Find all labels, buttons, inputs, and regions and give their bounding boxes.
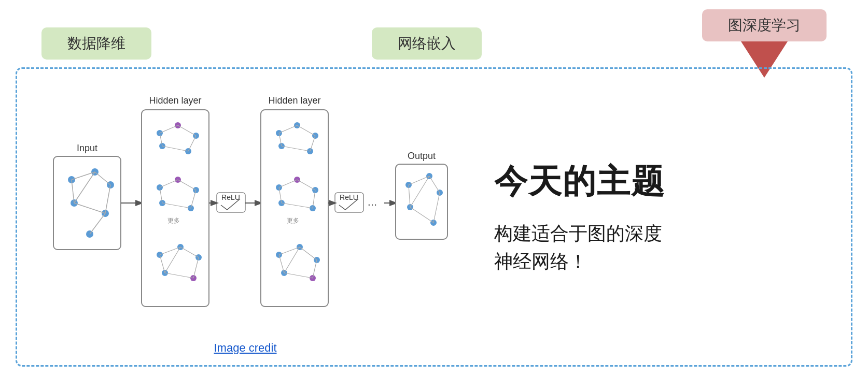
- svg-rect-55: [261, 110, 328, 307]
- nn-diagram-svg: Input Hidd: [38, 84, 453, 332]
- right-panel: 今天的主题 构建适合于图的深度神经网络！: [473, 79, 835, 355]
- svg-text:Input: Input: [77, 143, 97, 153]
- svg-text:更多: 更多: [167, 217, 180, 224]
- nn-diagram-container: Input Hidd: [33, 79, 458, 355]
- svg-text:ReLU: ReLU: [340, 193, 358, 201]
- svg-text:ReLU: ReLU: [221, 193, 240, 201]
- tag-network-embedding: 网络嵌入: [372, 27, 482, 60]
- svg-text:更多: 更多: [287, 217, 299, 224]
- today-title: 今天的主题: [494, 159, 835, 204]
- svg-rect-17: [142, 110, 209, 307]
- image-credit-container: Image credit: [33, 341, 458, 355]
- main-content-box: Input Hidd: [16, 67, 852, 367]
- tag-data-reduction: 数据降维: [41, 27, 151, 60]
- today-description: 构建适合于图的深度神经网络！: [494, 220, 835, 276]
- svg-text:Output: Output: [408, 151, 436, 161]
- tag-graph-deep-learning: 图深度学习: [702, 9, 827, 41]
- svg-text:...: ...: [368, 195, 377, 208]
- svg-text:Hidden layer: Hidden layer: [268, 95, 320, 106]
- image-credit-link[interactable]: Image credit: [214, 341, 276, 354]
- svg-rect-94: [396, 164, 447, 239]
- nn-image-area: Input Hidd: [33, 79, 458, 337]
- svg-text:Hidden layer: Hidden layer: [149, 95, 201, 106]
